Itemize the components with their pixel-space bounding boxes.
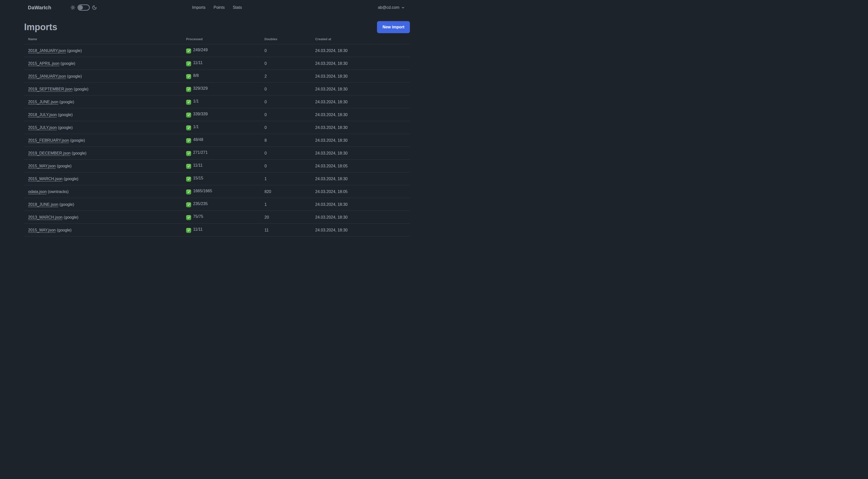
name-cell: 2015_FEBRUARY.json (google) <box>24 134 182 147</box>
import-source-label: (google) <box>56 164 71 168</box>
table-row: 2018_JANUARY.json (google) 249/249 0 24.… <box>24 44 410 57</box>
import-source-label: (google) <box>69 138 85 143</box>
imports-table: Name Processed Doubles Created at 2018_J… <box>24 34 410 239</box>
import-file-link[interactable]: 2015_FEBRUARY.json <box>28 138 69 143</box>
check-icon <box>186 100 191 105</box>
import-file-link[interactable]: 2015_MARCH.json <box>28 177 63 181</box>
doubles-cell: 0 <box>260 57 311 70</box>
processed-cell: 75/75 <box>182 211 260 224</box>
table-row: 2015_FEBRUARY.json (google) 48/48 8 24.0… <box>24 134 410 147</box>
processed-count: 11/11 <box>193 163 203 168</box>
processed-cell: 18/18 <box>182 237 260 240</box>
name-cell: 2019_DECEMBER.json (google) <box>24 147 182 159</box>
nav-link-points[interactable]: Points <box>214 5 224 10</box>
processed-count: 75/75 <box>193 214 203 219</box>
table-row: 2015_MARCH.json (google) 15/15 1 24.03.2… <box>24 172 410 185</box>
import-file-link[interactable]: 2019_SEPTEMBER.json <box>28 87 72 91</box>
created-at-cell: 24.03.2024, 18:30 <box>311 224 410 237</box>
new-import-button[interactable]: New import <box>377 21 410 33</box>
table-row: 2015_MAY.json (google) 11/11 11 24.03.20… <box>24 224 410 237</box>
column-header-created-at: Created at <box>311 34 410 44</box>
import-source-label: (google) <box>60 61 75 66</box>
created-at-cell: 24.03.2024, 18:30 <box>311 134 410 147</box>
processed-cell: 1/1 <box>182 95 260 108</box>
check-icon <box>186 164 191 169</box>
table-header-row: Name Processed Doubles Created at <box>24 34 410 44</box>
table-row: 2015_JUNE.json (google) 1/1 0 24.03.2024… <box>24 95 410 108</box>
created-at-cell: 24.03.2024, 18:30 <box>311 57 410 70</box>
doubles-cell: 20 <box>260 211 311 224</box>
import-file-link[interactable]: 2019_DECEMBER.json <box>28 151 70 155</box>
import-file-link[interactable]: 2015_MAY.json <box>28 228 56 232</box>
import-file-link[interactable]: 2015_JUNE.json <box>28 100 58 104</box>
table-row: 2018_JUNE.json (google) 235/235 1 24.03.… <box>24 198 410 211</box>
name-cell: 2015_MARCH.json (google) <box>24 172 182 185</box>
check-icon <box>186 138 191 143</box>
nav-link-stats[interactable]: Stats <box>233 5 242 10</box>
import-file-link[interactable]: 2015_APRIL.json <box>28 61 60 66</box>
name-cell: 2015_JULY.json (google) <box>24 121 182 134</box>
import-file-link[interactable]: 2015_MAY.json <box>28 164 56 168</box>
table-row: odata.json (owntracks) 1665/1665 820 24.… <box>24 185 410 198</box>
processed-count: 1665/1665 <box>193 189 212 193</box>
import-file-link[interactable]: 2015_JULY.json <box>28 125 57 130</box>
page-title: Imports <box>24 22 57 32</box>
import-source-label: (google) <box>58 202 74 207</box>
check-icon <box>186 74 191 79</box>
name-cell: 2015_JUNE.json (google) <box>24 95 182 108</box>
nav-link-imports[interactable]: Imports <box>192 5 206 10</box>
import-file-link[interactable]: 2018_JANUARY.json <box>28 49 66 53</box>
chevron-down-icon <box>401 6 405 9</box>
account-menu[interactable]: ab@cd.com <box>378 0 405 15</box>
doubles-cell: 0 <box>260 121 311 134</box>
table-row: 2019_DECEMBER.json (google) 271/271 0 24… <box>24 147 410 159</box>
import-file-link[interactable]: 2013_MARCH.json <box>28 215 63 219</box>
doubles-cell: 11 <box>260 224 311 237</box>
processed-cell: 48/48 <box>182 134 260 147</box>
table-row: 2015_MAY.json (google) 11/11 0 24.03.202… <box>24 159 410 172</box>
import-source-label: (google) <box>56 228 71 232</box>
doubles-cell: 1 <box>260 198 311 211</box>
import-file-link[interactable]: 2018_JULY.json <box>28 113 57 117</box>
table-row: 2013_MARCH.json (google) 75/75 20 24.03.… <box>24 211 410 224</box>
table-row: 2015_APRIL.json (google) 11/11 0 24.03.2… <box>24 57 410 70</box>
processed-count: 11/11 <box>193 227 203 232</box>
processed-count: 329/329 <box>193 86 208 90</box>
name-cell: 2014_AUGUST.json (google) <box>24 237 182 240</box>
check-icon <box>186 113 191 118</box>
processed-count: 271/271 <box>193 150 208 155</box>
created-at-cell: 24.03.2024, 18:30 <box>311 147 410 159</box>
created-at-cell: 24.03.2024, 18:30 <box>311 95 410 108</box>
import-source-label: (google) <box>63 215 79 219</box>
doubles-cell: 0 <box>260 95 311 108</box>
import-source-label: (google) <box>66 74 82 79</box>
created-at-cell: 24.03.2024, 18:30 <box>311 83 410 95</box>
processed-count: 15/15 <box>193 176 203 180</box>
processed-cell: 11/11 <box>182 224 260 237</box>
name-cell: 2018_JUNE.json (google) <box>24 198 182 211</box>
app-logo[interactable]: DaWarIch <box>28 5 51 10</box>
import-source-label: (owntracks) <box>47 189 68 194</box>
doubles-cell: 2 <box>260 70 311 83</box>
created-at-cell: 24.03.2024, 18:30 <box>311 198 410 211</box>
check-icon <box>186 215 191 220</box>
name-cell: 2018_JANUARY.json (google) <box>24 44 182 57</box>
table-row: 2018_JULY.json (google) 339/339 0 24.03.… <box>24 108 410 121</box>
created-at-cell: 24.03.2024, 18:30 <box>311 121 410 134</box>
check-icon <box>186 125 191 130</box>
name-cell: 2013_MARCH.json (google) <box>24 211 182 224</box>
check-icon <box>186 202 191 207</box>
import-file-link[interactable]: odata.json <box>28 189 47 194</box>
toggle-knob <box>79 5 83 10</box>
import-source-label: (google) <box>70 151 86 155</box>
check-icon <box>186 49 191 54</box>
table-row: 2015_JULY.json (google) 1/1 0 24.03.2024… <box>24 121 410 134</box>
navbar: DaWarIch Imports Points Stats ab@cd.com <box>0 0 434 15</box>
created-at-cell: 24.03.2024, 18:05 <box>311 159 410 172</box>
theme-toggle-group <box>70 4 97 10</box>
doubles-cell: 820 <box>260 185 311 198</box>
check-icon <box>186 87 191 92</box>
theme-toggle-switch[interactable] <box>78 4 90 10</box>
import-file-link[interactable]: 2018_JUNE.json <box>28 202 58 207</box>
import-file-link[interactable]: 2015_JANUARY.json <box>28 74 66 79</box>
